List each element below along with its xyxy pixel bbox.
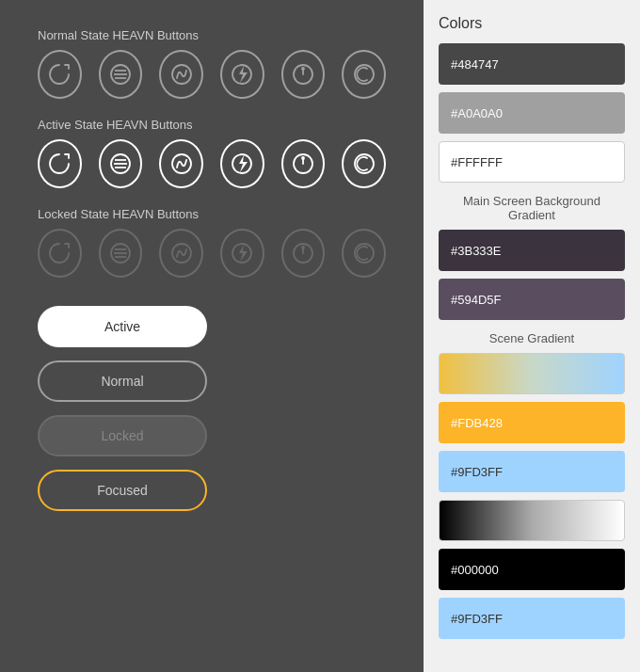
swatch-000000[interactable]: #000000 xyxy=(439,549,625,590)
icon-normal-4[interactable] xyxy=(281,50,326,99)
swatch-label-9FD3FF-2: #9FD3FF xyxy=(451,612,503,626)
svg-point-25 xyxy=(302,247,304,248)
swatch-3B333E[interactable]: #3B333E xyxy=(439,230,625,271)
normal-state-section: Normal State HEAVN Buttons xyxy=(38,28,386,99)
black-white-gradient-swatch[interactable] xyxy=(439,500,625,541)
locked-state-section: Locked State HEAVN Buttons xyxy=(38,207,386,278)
icon-locked-5 xyxy=(342,229,386,278)
normal-button[interactable]: Normal xyxy=(38,360,207,402)
normal-state-label: Normal State HEAVN Buttons xyxy=(38,28,386,42)
icon-active-1[interactable] xyxy=(99,139,143,188)
active-button[interactable]: Active xyxy=(38,306,207,347)
icon-active-3[interactable] xyxy=(220,139,264,188)
icon-normal-2[interactable] xyxy=(159,50,203,99)
icon-normal-0[interactable] xyxy=(38,50,82,99)
icon-active-5[interactable] xyxy=(342,139,386,188)
colors-title: Colors xyxy=(439,15,625,32)
icon-locked-3 xyxy=(220,229,264,278)
active-buttons-row xyxy=(38,139,386,188)
scene-title: Scene Gradient xyxy=(439,331,625,345)
icon-locked-1 xyxy=(99,229,143,278)
icon-locked-0 xyxy=(38,229,82,278)
swatch-label-FFFFFF: #FFFFFF xyxy=(451,155,503,169)
swatch-FFFFFF[interactable]: #FFFFFF xyxy=(439,141,625,183)
swatch-label-9FD3FF-1: #9FD3FF xyxy=(451,465,503,479)
icon-normal-5[interactable] xyxy=(342,50,386,99)
icon-active-0[interactable] xyxy=(38,139,82,188)
swatch-FDB428[interactable]: #FDB428 xyxy=(439,402,625,443)
swatch-label-FDB428: #FDB428 xyxy=(451,416,503,430)
focused-button[interactable]: Focused xyxy=(38,470,207,511)
swatch-9FD3FF-1[interactable]: #9FD3FF xyxy=(439,451,625,492)
right-panel: Colors #484747 #A0A0A0 #FFFFFF Main Scre… xyxy=(424,0,640,672)
scene-gradient-swatch[interactable] xyxy=(439,353,625,394)
gradient-title: Main Screen Background Gradient xyxy=(439,194,625,222)
active-state-section: Active State HEAVN Buttons xyxy=(38,118,386,188)
left-panel: Normal State HEAVN Buttons xyxy=(0,0,424,672)
icon-normal-3[interactable] xyxy=(220,50,264,99)
state-buttons-group: Active Normal Locked Focused xyxy=(38,306,386,511)
swatch-label-484747: #484747 xyxy=(451,57,499,72)
locked-button: Locked xyxy=(38,415,207,456)
locked-state-label: Locked State HEAVN Buttons xyxy=(38,207,386,221)
icon-normal-1[interactable] xyxy=(99,50,143,99)
swatch-label-000000: #000000 xyxy=(451,563,499,577)
swatch-9FD3FF-2[interactable]: #9FD3FF xyxy=(439,598,625,639)
icon-locked-4 xyxy=(281,229,326,278)
swatch-594D5F[interactable]: #594D5F xyxy=(439,279,625,320)
active-state-label: Active State HEAVN Buttons xyxy=(38,118,386,132)
icon-active-2[interactable] xyxy=(159,139,203,188)
locked-buttons-row xyxy=(38,229,386,278)
svg-point-16 xyxy=(302,157,304,159)
icon-active-4[interactable] xyxy=(281,139,326,188)
swatch-label-594D5F: #594D5F xyxy=(451,293,501,307)
icon-locked-2 xyxy=(159,229,203,278)
swatch-A0A0A0[interactable]: #A0A0A0 xyxy=(439,92,625,134)
svg-point-7 xyxy=(302,68,304,70)
normal-buttons-row xyxy=(38,50,386,99)
swatch-label-3B333E: #3B333E xyxy=(451,244,502,258)
swatch-484747[interactable]: #484747 xyxy=(439,43,625,85)
swatch-label-A0A0A0: #A0A0A0 xyxy=(451,106,503,120)
